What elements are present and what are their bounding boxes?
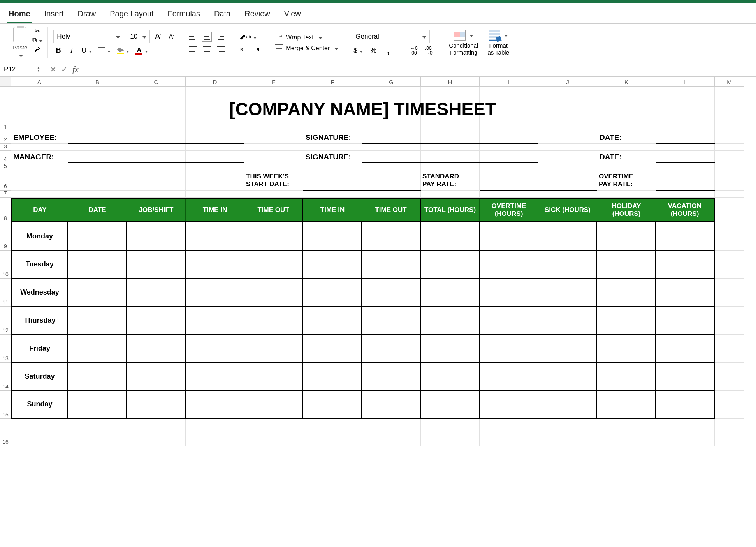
data-cell[interactable]: [244, 279, 303, 307]
manager-signature-field[interactable]: [362, 151, 538, 163]
cell[interactable]: [68, 419, 127, 446]
signature-field[interactable]: [362, 131, 538, 144]
font-name-dropdown[interactable]: Helv: [53, 30, 123, 43]
manager-date-field[interactable]: [656, 151, 715, 163]
column-header[interactable]: E: [244, 77, 303, 87]
data-cell[interactable]: [656, 279, 715, 307]
cell[interactable]: [715, 198, 744, 222]
row-header[interactable]: 4: [0, 151, 11, 163]
cell[interactable]: [11, 191, 68, 198]
data-cell[interactable]: [244, 307, 303, 335]
cell[interactable]: [127, 419, 186, 446]
tab-page-layout[interactable]: Page Layout: [108, 7, 155, 23]
data-cell[interactable]: [303, 251, 362, 279]
data-cell[interactable]: [538, 363, 597, 391]
align-middle-button[interactable]: [202, 32, 212, 42]
select-all-corner[interactable]: [0, 77, 11, 87]
data-cell[interactable]: [656, 251, 715, 279]
cell[interactable]: [538, 163, 597, 170]
day-cell[interactable]: Tuesday: [11, 251, 68, 279]
cell[interactable]: [656, 191, 715, 198]
align-center-button[interactable]: [202, 44, 213, 54]
data-cell[interactable]: [244, 391, 303, 419]
data-cell[interactable]: [480, 222, 538, 251]
column-header[interactable]: M: [715, 77, 744, 87]
data-cell[interactable]: [68, 279, 127, 307]
data-cell[interactable]: [480, 363, 538, 391]
column-header[interactable]: D: [186, 77, 244, 87]
cell[interactable]: [715, 391, 744, 419]
data-cell[interactable]: [303, 335, 362, 363]
decrease-indent-button[interactable]: ⇤: [238, 44, 248, 54]
data-cell[interactable]: [480, 335, 538, 363]
data-cell[interactable]: [421, 279, 480, 307]
th-time-in-2[interactable]: TIME IN: [303, 199, 362, 221]
cell[interactable]: [127, 191, 186, 198]
data-cell[interactable]: [127, 335, 186, 363]
format-painter-button[interactable]: 🖌: [33, 46, 42, 53]
borders-button[interactable]: [97, 46, 112, 56]
th-holiday-hours[interactable]: HOLIDAY (HOURS): [597, 199, 656, 221]
data-cell[interactable]: [421, 391, 480, 419]
data-cell[interactable]: [656, 391, 715, 419]
cell[interactable]: [715, 144, 744, 151]
row-header[interactable]: 8: [0, 198, 11, 222]
underline-button[interactable]: U: [80, 46, 93, 56]
fill-color-button[interactable]: [115, 46, 131, 56]
data-cell[interactable]: [362, 279, 421, 307]
data-cell[interactable]: [656, 335, 715, 363]
cell[interactable]: [715, 87, 744, 131]
column-header[interactable]: L: [656, 77, 715, 87]
manager-label[interactable]: MANAGER:: [11, 151, 68, 163]
data-cell[interactable]: [421, 335, 480, 363]
cell[interactable]: [186, 163, 244, 170]
data-cell[interactable]: [68, 391, 127, 419]
data-cell[interactable]: [362, 307, 421, 335]
manager-date-label[interactable]: DATE:: [597, 151, 656, 163]
cell[interactable]: [11, 144, 68, 151]
wrap-text-button[interactable]: Wrap Text: [273, 32, 341, 43]
timesheet-title[interactable]: [COMPANY NAME] TIMESHEET: [11, 87, 715, 131]
row-header[interactable]: 7: [0, 191, 11, 198]
data-cell[interactable]: [656, 363, 715, 391]
tab-review[interactable]: Review: [243, 7, 272, 23]
standard-rate-label[interactable]: STANDARDPAY RATE:: [421, 170, 480, 191]
tab-home[interactable]: Home: [7, 7, 32, 23]
data-cell[interactable]: [244, 363, 303, 391]
font-color-button[interactable]: A: [134, 46, 149, 56]
increase-indent-button[interactable]: ⇥: [251, 44, 261, 54]
cell[interactable]: [244, 191, 303, 198]
cell[interactable]: [656, 163, 715, 170]
cell[interactable]: [186, 419, 244, 446]
bold-button[interactable]: B: [53, 46, 63, 56]
cell[interactable]: [715, 335, 744, 363]
data-cell[interactable]: [480, 307, 538, 335]
tab-insert[interactable]: Insert: [43, 7, 65, 23]
data-cell[interactable]: [68, 363, 127, 391]
data-cell[interactable]: [303, 279, 362, 307]
cell[interactable]: [715, 170, 744, 191]
cell[interactable]: [538, 144, 597, 151]
overtime-rate-field[interactable]: [656, 170, 715, 191]
data-cell[interactable]: [127, 363, 186, 391]
row-header[interactable]: 16: [0, 419, 11, 446]
date-label[interactable]: DATE:: [597, 131, 656, 144]
tab-view[interactable]: View: [283, 7, 302, 23]
increase-decimal-button[interactable]: ←0.00: [408, 46, 420, 56]
data-cell[interactable]: [597, 251, 656, 279]
data-cell[interactable]: [597, 279, 656, 307]
cell[interactable]: [715, 251, 744, 279]
week-start-label[interactable]: THIS WEEK'SSTART DATE:: [244, 170, 303, 191]
data-cell[interactable]: [538, 307, 597, 335]
cell[interactable]: [186, 144, 244, 151]
data-cell[interactable]: [597, 391, 656, 419]
cell[interactable]: [715, 151, 744, 163]
cell[interactable]: [715, 307, 744, 335]
accounting-format-button[interactable]: $: [352, 46, 364, 56]
cell[interactable]: [244, 419, 303, 446]
cell[interactable]: [715, 131, 744, 144]
data-cell[interactable]: [656, 307, 715, 335]
data-cell[interactable]: [597, 307, 656, 335]
data-cell[interactable]: [421, 251, 480, 279]
th-time-in-1[interactable]: TIME IN: [186, 199, 244, 221]
